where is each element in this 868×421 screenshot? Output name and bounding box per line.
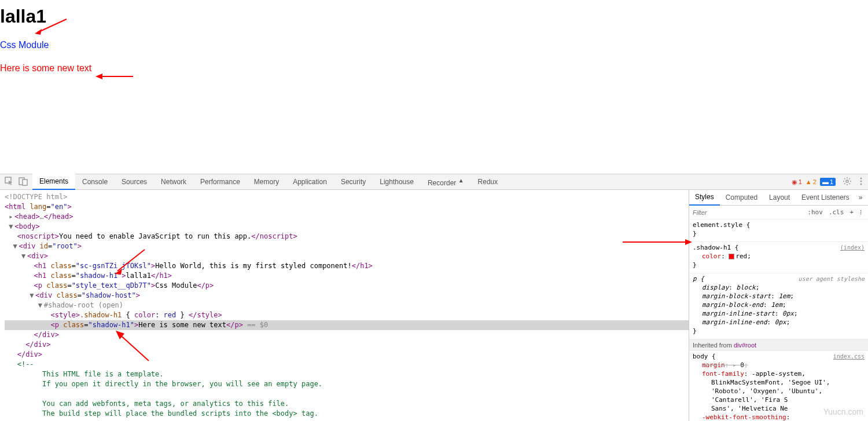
styles-tab-event-listeners[interactable]: Event Listeners xyxy=(796,190,855,205)
styles-tab-layout[interactable]: Layout xyxy=(763,190,796,205)
page-heading-lalla1: lalla1 xyxy=(0,6,868,27)
shadow-dom-text: Here is some new text xyxy=(0,63,868,74)
tab-redux[interactable]: Redux xyxy=(471,174,505,189)
tab-performance[interactable]: Performance xyxy=(193,174,247,189)
new-style-button[interactable]: + xyxy=(847,207,856,217)
tab-lighthouse[interactable]: Lighthouse xyxy=(373,174,421,189)
styles-rules-list[interactable]: element.style { } (index) .shadow-h1 { c… xyxy=(689,219,868,421)
elements-dom-tree[interactable]: <!DOCTYPE html> <html lang="en"> ▸<head>… xyxy=(0,190,689,421)
status-indicators[interactable]: ◉ 1 ▲ 2 ▬ 1 xyxy=(787,178,840,186)
tab-security[interactable]: Security xyxy=(334,174,373,189)
svg-rect-6 xyxy=(23,180,27,185)
svg-point-8 xyxy=(860,177,862,179)
styles-filter-bar: :hov .cls + ⫶ xyxy=(689,206,868,219)
settings-icon[interactable] xyxy=(840,177,854,188)
styles-tab-bar: Styles Computed Layout Event Listeners » xyxy=(689,190,868,206)
svg-marker-3 xyxy=(95,74,102,79)
tab-elements[interactable]: Elements xyxy=(32,174,75,190)
tab-network[interactable]: Network xyxy=(154,174,193,189)
shadow-h1-rule[interactable]: (index) .shadow-h1 { color: red; } xyxy=(689,242,868,273)
svg-marker-1 xyxy=(35,29,42,35)
styles-sidebar: Styles Computed Layout Event Listeners »… xyxy=(689,190,868,421)
error-count[interactable]: ◉ 1 xyxy=(792,178,802,186)
svg-point-7 xyxy=(846,180,848,182)
hov-button[interactable]: :hov xyxy=(804,207,826,217)
styles-tab-computed[interactable]: Computed xyxy=(720,190,763,205)
styles-tab-styles[interactable]: Styles xyxy=(689,190,720,206)
doctype-node[interactable]: <!DOCTYPE html> xyxy=(5,193,67,201)
styles-more-icon[interactable]: ⫶ xyxy=(856,207,866,217)
css-module-text: Css Module xyxy=(0,40,868,50)
inspect-element-icon[interactable] xyxy=(5,177,14,188)
tab-sources[interactable]: Sources xyxy=(115,174,154,189)
cls-button[interactable]: .cls xyxy=(826,207,847,217)
selected-dom-node[interactable]: <p class="shadow-h1">Here is some new te… xyxy=(5,320,689,330)
watermark: Yuucn.com xyxy=(823,407,863,416)
tab-recorder[interactable]: Recorder ▲ xyxy=(421,174,471,191)
p-ua-rule[interactable]: user agent styleshe p { display: block; … xyxy=(689,273,868,339)
warning-count[interactable]: ▲ 2 xyxy=(806,178,816,185)
svg-point-10 xyxy=(860,183,862,185)
element-style-rule[interactable]: element.style { } xyxy=(689,219,868,242)
tab-console[interactable]: Console xyxy=(75,174,115,189)
more-tabs-icon[interactable]: » xyxy=(855,191,866,204)
styles-filter-input[interactable] xyxy=(692,208,804,217)
tab-application[interactable]: Application xyxy=(286,174,334,189)
devtools-panel: Elements Console Sources Network Perform… xyxy=(0,174,868,421)
tab-memory[interactable]: Memory xyxy=(247,174,286,189)
rendered-page: lalla1 Css Module Here is some new text xyxy=(0,6,868,174)
more-icon[interactable] xyxy=(854,177,868,188)
inherited-from-header[interactable]: Inherited from div#root xyxy=(689,339,868,351)
device-toolbar-icon[interactable] xyxy=(19,177,28,188)
svg-point-9 xyxy=(860,180,862,182)
devtools-tab-bar: Elements Console Sources Network Perform… xyxy=(0,174,868,190)
info-count[interactable]: ▬ 1 xyxy=(820,178,836,186)
